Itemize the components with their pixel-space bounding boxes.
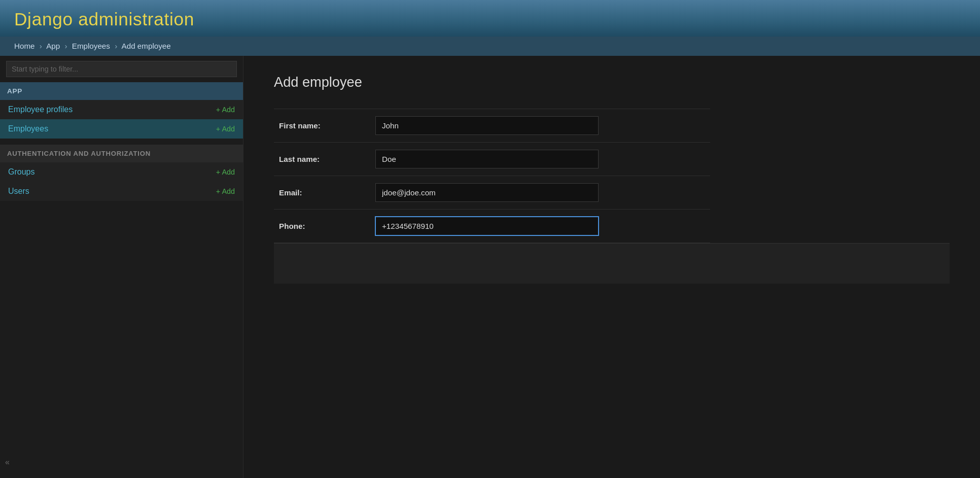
sidebar-item-employees-add[interactable]: + Add	[216, 125, 235, 133]
sidebar-filter-container	[0, 56, 243, 82]
sidebar-item-groups[interactable]: Groups + Add	[0, 162, 243, 182]
header: Django administration	[0, 0, 980, 37]
email-label: Email:	[274, 176, 375, 210]
first-name-label: First name:	[274, 109, 375, 143]
form-row-email: Email:	[274, 176, 710, 210]
sidebar-filter-input[interactable]	[6, 61, 237, 77]
form-row-phone: Phone:	[274, 210, 710, 243]
last-name-field	[375, 143, 710, 176]
app-title: Django administration	[14, 9, 966, 29]
sidebar: APP Employee profiles + Add Employees + …	[0, 56, 243, 478]
sidebar-app-header: APP	[0, 82, 243, 100]
first-name-field	[375, 109, 710, 143]
breadcrumb-sep-1: ›	[40, 42, 42, 50]
page-title: Add employee	[274, 74, 950, 90]
last-name-label: Last name:	[274, 143, 375, 176]
breadcrumb-sep-2: ›	[64, 42, 67, 50]
sidebar-item-employees[interactable]: Employees + Add	[0, 119, 243, 139]
breadcrumb: Home › App › Employees › Add employee	[14, 42, 171, 50]
sidebar-item-employee-profiles-label[interactable]: Employee profiles	[8, 105, 73, 114]
sidebar-auth-section: AUTHENTICATION AND AUTHORIZATION Groups …	[0, 140, 243, 201]
breadcrumb-bar: Home › App › Employees › Add employee	[0, 37, 980, 56]
sidebar-item-employees-label[interactable]: Employees	[8, 124, 48, 133]
employee-form: First name: Last name: Email:	[274, 109, 710, 243]
sidebar-item-users-add[interactable]: + Add	[216, 187, 235, 195]
sidebar-item-users-label[interactable]: Users	[8, 187, 29, 196]
sidebar-item-users[interactable]: Users + Add	[0, 182, 243, 201]
phone-input[interactable]	[375, 217, 599, 235]
last-name-input[interactable]	[375, 150, 599, 168]
phone-field-cell	[375, 210, 710, 243]
main-layout: APP Employee profiles + Add Employees + …	[0, 56, 980, 478]
breadcrumb-sep-3: ›	[115, 42, 117, 50]
breadcrumb-home[interactable]: Home	[14, 42, 35, 50]
email-input[interactable]	[375, 183, 599, 202]
first-name-input[interactable]	[375, 116, 599, 135]
email-field-cell	[375, 176, 710, 210]
form-save-bar	[274, 243, 950, 284]
sidebar-app-section: APP Employee profiles + Add Employees + …	[0, 82, 243, 139]
sidebar-collapse-button[interactable]: «	[0, 455, 15, 470]
sidebar-item-employee-profiles-add[interactable]: + Add	[216, 106, 235, 114]
breadcrumb-app[interactable]: App	[46, 42, 60, 50]
breadcrumb-employees[interactable]: Employees	[72, 42, 110, 50]
sidebar-item-groups-add[interactable]: + Add	[216, 168, 235, 176]
phone-label: Phone:	[274, 210, 375, 243]
content-area: Add employee First name: Last name:	[243, 56, 980, 478]
breadcrumb-add-employee: Add employee	[122, 42, 171, 50]
sidebar-auth-header: AUTHENTICATION AND AUTHORIZATION	[0, 145, 243, 162]
form-row-last-name: Last name:	[274, 143, 710, 176]
sidebar-item-employee-profiles[interactable]: Employee profiles + Add	[0, 100, 243, 119]
sidebar-item-groups-label[interactable]: Groups	[8, 167, 34, 177]
form-row-first-name: First name:	[274, 109, 710, 143]
